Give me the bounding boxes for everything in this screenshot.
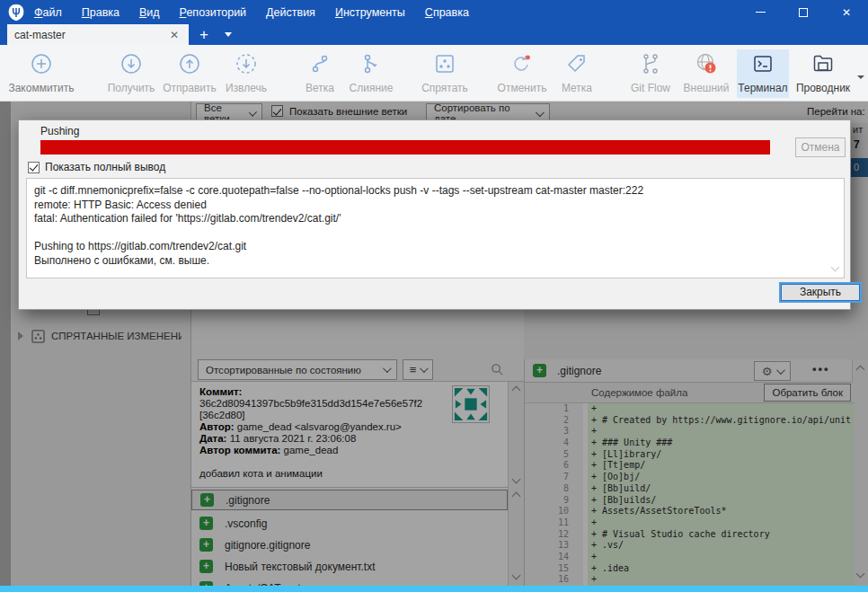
merge-button[interactable]: Слияние xyxy=(346,49,396,98)
tab-list-dropdown[interactable] xyxy=(219,24,237,45)
close-dialog-button[interactable]: Закрыть xyxy=(779,282,862,303)
dialog-title: Pushing xyxy=(40,125,79,137)
push-up-icon xyxy=(178,52,201,75)
output-line: fatal: Authentication failed for 'https:… xyxy=(34,212,837,226)
show-full-output-checkbox[interactable]: Показать полный вывод xyxy=(28,161,165,173)
close-button[interactable]: ✕ xyxy=(825,0,868,24)
window-controls: ✕ xyxy=(739,0,868,24)
menu-file[interactable]: Файл xyxy=(34,6,62,19)
branch-icon xyxy=(308,52,332,75)
remote-button[interactable]: Внешний xyxy=(681,49,731,98)
globe-alert-icon xyxy=(695,52,718,75)
checkout-button[interactable]: Извлечь xyxy=(221,49,271,98)
menu-help[interactable]: Справка xyxy=(425,6,469,19)
chevron-down-icon xyxy=(857,75,864,94)
tab-title: cat-master xyxy=(14,29,167,41)
push-button[interactable]: Отправить xyxy=(159,49,220,98)
maximize-icon xyxy=(799,8,808,17)
tab-cat-master[interactable]: cat-master ✕ xyxy=(7,24,189,45)
minimize-icon xyxy=(756,12,766,13)
menu-edit[interactable]: Правка xyxy=(82,6,120,19)
maximize-button[interactable] xyxy=(782,0,825,24)
chevron-down-icon xyxy=(225,32,232,37)
bottom-edge-strip xyxy=(0,586,868,592)
fetch-down-icon xyxy=(120,52,143,75)
output-line: remote: HTTP Basic: Access denied xyxy=(34,199,837,213)
titlebar: Файл Правка Вид Репозиторий Действия Инс… xyxy=(0,0,868,24)
undo-button[interactable]: Отменить xyxy=(495,49,549,98)
toolbar-overflow-dropdown[interactable] xyxy=(857,79,864,95)
app-logo-fork-icon xyxy=(7,4,25,22)
scroll-down-icon[interactable] xyxy=(832,261,838,275)
tab-bar: cat-master ✕ + xyxy=(0,24,868,45)
fetch-button[interactable]: Получить xyxy=(102,49,160,98)
checkbox-checked-icon xyxy=(28,162,40,173)
output-line: Выполнено с ошибками, см. выше. xyxy=(34,254,837,269)
menu-view[interactable]: Вид xyxy=(139,6,160,19)
menu-bar: Файл Правка Вид Репозиторий Действия Инс… xyxy=(34,6,469,19)
tag-icon xyxy=(565,52,589,75)
command-output[interactable]: git -c diff.mnemonicprefix=false -c core… xyxy=(26,178,845,278)
menu-repository[interactable]: Репозиторий xyxy=(180,6,247,19)
gitflow-button[interactable]: Git Flow xyxy=(627,49,674,98)
plus-icon: + xyxy=(199,26,208,44)
terminal-button[interactable]: Терминал xyxy=(737,49,789,98)
undo-arrow-icon xyxy=(510,52,534,75)
output-line: Pushing to https://gitlab.com/trendev2/c… xyxy=(34,240,837,254)
tab-close-icon[interactable]: ✕ xyxy=(167,29,182,41)
menu-tools[interactable]: Инструменты xyxy=(335,6,405,19)
checkout-dashed-icon xyxy=(235,52,258,75)
app-window: Файл Правка Вид Репозиторий Действия Инс… xyxy=(0,0,868,592)
main-toolbar: Закоммитить Получить Отправить Извлечь В… xyxy=(0,45,868,102)
output-line xyxy=(34,226,837,241)
progress-bar xyxy=(40,140,770,155)
stash-box-icon xyxy=(433,52,456,75)
merge-icon xyxy=(359,52,383,75)
commit-plus-icon xyxy=(30,52,53,75)
close-icon: ✕ xyxy=(842,6,851,19)
push-progress-dialog: Pushing Отмена Показать полный вывод git… xyxy=(18,119,851,310)
stash-button[interactable]: Спрятать xyxy=(419,49,471,98)
minimize-button[interactable] xyxy=(739,0,782,24)
menu-actions[interactable]: Действия xyxy=(266,6,315,19)
commit-button[interactable]: Закоммитить xyxy=(4,49,79,98)
terminal-icon xyxy=(751,52,775,75)
explorer-button[interactable]: Проводник xyxy=(793,49,854,98)
gitflow-icon xyxy=(639,52,662,75)
folder-icon xyxy=(811,52,835,75)
output-line: git -c diff.mnemonicprefix=false -c core… xyxy=(34,184,837,199)
branch-button[interactable]: Ветка xyxy=(300,49,340,98)
new-tab-button[interactable]: + xyxy=(189,24,219,45)
tag-button[interactable]: Метка xyxy=(557,49,597,98)
cancel-button[interactable]: Отмена xyxy=(795,137,846,157)
